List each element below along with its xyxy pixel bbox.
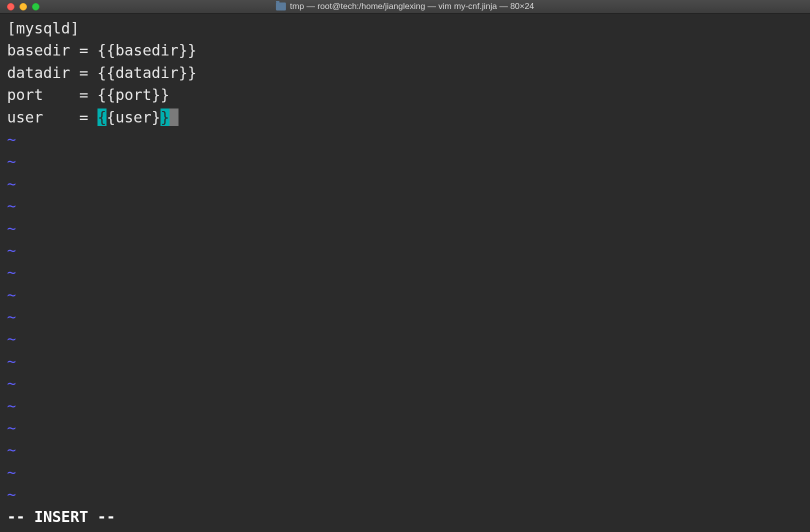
window-controls bbox=[7, 3, 40, 10]
empty-line-tilde: ~ bbox=[7, 262, 803, 284]
terminal[interactable]: [mysqld] basedir = {{basedir}} datadir =… bbox=[0, 14, 810, 532]
empty-line-tilde: ~ bbox=[7, 240, 803, 262]
editor-cursor-line: user = {{user}} bbox=[7, 106, 803, 128]
empty-line-tilde: ~ bbox=[7, 218, 803, 240]
empty-line-tilde: ~ bbox=[7, 328, 803, 350]
brace-match-close: } bbox=[160, 108, 170, 126]
editor-line: basedir = {{basedir}} bbox=[7, 40, 803, 62]
vim-status-line: -- INSERT -- bbox=[7, 506, 803, 528]
minimize-button[interactable] bbox=[20, 3, 27, 10]
empty-line-tilde: ~ bbox=[7, 395, 803, 417]
empty-line-tilde: ~ bbox=[7, 173, 803, 195]
window-title: tmp — root@tech:/home/jianglexing — vim … bbox=[290, 2, 534, 12]
editor-line: [mysqld] bbox=[7, 18, 803, 40]
empty-line-tilde: ~ bbox=[7, 439, 803, 461]
empty-line-tilde: ~ bbox=[7, 372, 803, 394]
titlebar: tmp — root@tech:/home/jianglexing — vim … bbox=[0, 0, 810, 14]
empty-line-tilde: ~ bbox=[7, 128, 803, 150]
empty-line-tilde: ~ bbox=[7, 417, 803, 439]
brace-match-open: { bbox=[98, 108, 106, 126]
empty-line-tilde: ~ bbox=[7, 150, 803, 172]
editor-content[interactable]: [mysqld] basedir = {{basedir}} datadir =… bbox=[7, 18, 803, 506]
folder-icon bbox=[276, 2, 286, 10]
editor-line: datadir = {{datadir}} bbox=[7, 62, 803, 84]
close-button[interactable] bbox=[7, 3, 14, 10]
empty-line-tilde: ~ bbox=[7, 462, 803, 484]
maximize-button[interactable] bbox=[32, 3, 40, 10]
empty-line-tilde: ~ bbox=[7, 306, 803, 328]
window-title-container: tmp — root@tech:/home/jianglexing — vim … bbox=[276, 2, 534, 12]
empty-line-tilde: ~ bbox=[7, 284, 803, 306]
editor-line: port = {{port}} bbox=[7, 84, 803, 106]
empty-line-tilde: ~ bbox=[7, 350, 803, 372]
cursor-icon bbox=[170, 108, 178, 126]
empty-line-tilde: ~ bbox=[7, 484, 803, 506]
empty-line-tilde: ~ bbox=[7, 195, 803, 217]
